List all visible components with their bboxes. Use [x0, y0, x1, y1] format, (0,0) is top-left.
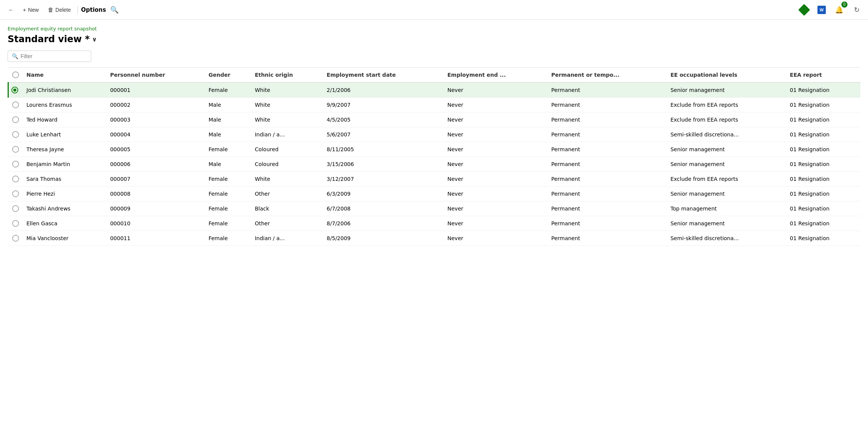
- cell-employment_start_date: 8/5/2009: [323, 231, 444, 246]
- filter-input[interactable]: [21, 53, 87, 59]
- cell-employment_start_date: 9/9/2007: [323, 98, 444, 112]
- table-row[interactable]: Ellen Gasca000010FemaleOther8/7/2006Neve…: [8, 216, 861, 231]
- cell-ee_occupational_levels: Exclude from EEA reports: [667, 98, 786, 112]
- toolbar-right: W 🔔 0 ↻: [797, 3, 863, 17]
- cell-gender: Male: [205, 157, 251, 172]
- row-radio-5[interactable]: [12, 161, 19, 168]
- row-radio-7[interactable]: [12, 190, 19, 197]
- cell-ee_occupational_levels: Exclude from EEA reports: [667, 172, 786, 187]
- chevron-down-icon[interactable]: ∨: [92, 36, 97, 43]
- cell-employment_end: Never: [444, 231, 547, 246]
- cell-employment_start_date: 6/7/2008: [323, 201, 444, 216]
- cell-employment_end: Never: [444, 127, 547, 142]
- col-header-name: Name: [23, 68, 106, 83]
- row-radio-3[interactable]: [12, 131, 19, 138]
- cell-ee_occupational_levels: Senior management: [667, 82, 786, 98]
- cell-employment_start_date: 8/11/2005: [323, 142, 444, 157]
- cell-employment_start_date: 2/1/2006: [323, 82, 444, 98]
- cell-name: Ellen Gasca: [23, 216, 106, 231]
- cell-gender: Female: [205, 82, 251, 98]
- header-checkbox[interactable]: [12, 71, 19, 78]
- cell-employment_start_date: 3/12/2007: [323, 172, 444, 187]
- cell-ethnic_origin: White: [251, 98, 323, 112]
- row-radio-10[interactable]: [12, 235, 19, 242]
- cell-gender: Female: [205, 216, 251, 231]
- cell-personnel_number: 000003: [106, 112, 205, 127]
- col-header-ethnic-origin: Ethnic origin: [251, 68, 323, 83]
- cell-permanent_or_tempo: Permanent: [547, 187, 667, 201]
- filter-search-icon: 🔍: [12, 53, 18, 59]
- cell-ethnic_origin: White: [251, 82, 323, 98]
- cell-ethnic_origin: Coloured: [251, 157, 323, 172]
- data-table: Name Personnel number Gender Ethnic orig…: [8, 67, 860, 246]
- cell-eea_report: 01 Resignation: [786, 231, 860, 246]
- table-row[interactable]: Luke Lenhart000004MaleIndian / a...5/6/2…: [8, 127, 861, 142]
- table-body: Jodi Christiansen000001FemaleWhite2/1/20…: [8, 82, 861, 246]
- table-row[interactable]: Theresa Jayne000005FemaleColoured8/11/20…: [8, 142, 861, 157]
- table-row[interactable]: Mia Vanclooster000011FemaleIndian / a...…: [8, 231, 861, 246]
- cell-personnel_number: 000005: [106, 142, 205, 157]
- delete-button[interactable]: 🗑 Delete: [44, 4, 74, 15]
- cell-employment_start_date: 3/15/2006: [323, 157, 444, 172]
- row-radio-4[interactable]: [12, 146, 19, 153]
- search-icon: 🔍: [110, 6, 119, 14]
- cell-eea_report: 01 Resignation: [786, 112, 860, 127]
- notification-badge: 🔔 0: [832, 3, 846, 17]
- cell-eea_report: 01 Resignation: [786, 157, 860, 172]
- cell-ee_occupational_levels: Senior management: [667, 187, 786, 201]
- cell-permanent_or_tempo: Permanent: [547, 98, 667, 112]
- refresh-button[interactable]: ↻: [850, 3, 863, 17]
- cell-employment_start_date: 5/6/2007: [323, 127, 444, 142]
- row-radio-6[interactable]: [12, 176, 19, 182]
- cell-employment_end: Never: [444, 216, 547, 231]
- row-radio-8[interactable]: [12, 205, 19, 212]
- cell-employment_end: Never: [444, 187, 547, 201]
- cell-eea_report: 01 Resignation: [786, 98, 860, 112]
- cell-ee_occupational_levels: Senior management: [667, 216, 786, 231]
- page-title: Standard view *: [8, 34, 90, 44]
- row-radio-1[interactable]: [12, 101, 19, 108]
- cell-ethnic_origin: Other: [251, 187, 323, 201]
- diamond-button[interactable]: [797, 3, 811, 17]
- cell-gender: Female: [205, 201, 251, 216]
- search-button[interactable]: 🔍: [108, 3, 121, 17]
- plus-icon: +: [23, 6, 26, 13]
- table-row[interactable]: Lourens Erasmus000002MaleWhite9/9/2007Ne…: [8, 98, 861, 112]
- back-button[interactable]: ←: [5, 5, 17, 15]
- toolbar: ← + New 🗑 Delete Options 🔍 W 🔔 0 ↻: [0, 0, 868, 20]
- table-row[interactable]: Takashi Andrews000009FemaleBlack6/7/2008…: [8, 201, 861, 216]
- cell-name: Pierre Hezi: [23, 187, 106, 201]
- row-radio-9[interactable]: [12, 220, 19, 227]
- table-row[interactable]: Benjamin Martin000006MaleColoured3/15/20…: [8, 157, 861, 172]
- cell-name: Luke Lenhart: [23, 127, 106, 142]
- cell-ee_occupational_levels: Semi-skilled discretiona...: [667, 231, 786, 246]
- cell-employment_end: Never: [444, 82, 547, 98]
- cell-ee_occupational_levels: Senior management: [667, 157, 786, 172]
- cell-ee_occupational_levels: Top management: [667, 201, 786, 216]
- cell-permanent_or_tempo: Permanent: [547, 127, 667, 142]
- cell-gender: Female: [205, 142, 251, 157]
- row-radio-2[interactable]: [12, 116, 19, 123]
- table-row[interactable]: Ted Howard000003MaleWhite4/5/2005NeverPe…: [8, 112, 861, 127]
- cell-eea_report: 01 Resignation: [786, 127, 860, 142]
- cell-employment_end: Never: [444, 98, 547, 112]
- cell-gender: Male: [205, 127, 251, 142]
- cell-personnel_number: 000009: [106, 201, 205, 216]
- table-row[interactable]: Jodi Christiansen000001FemaleWhite2/1/20…: [8, 82, 861, 98]
- cell-employment_start_date: 4/5/2005: [323, 112, 444, 127]
- row-radio-0[interactable]: [11, 87, 18, 93]
- cell-permanent_or_tempo: Permanent: [547, 231, 667, 246]
- word-button[interactable]: W: [815, 3, 828, 17]
- cell-personnel_number: 000004: [106, 127, 205, 142]
- table-row[interactable]: Sara Thomas000007FemaleWhite3/12/2007Nev…: [8, 172, 861, 187]
- cell-ee_occupational_levels: Exclude from EEA reports: [667, 112, 786, 127]
- new-button[interactable]: + New: [19, 4, 43, 15]
- table-row[interactable]: Pierre Hezi000008FemaleOther6/3/2009Neve…: [8, 187, 861, 201]
- cell-gender: Male: [205, 98, 251, 112]
- back-icon: ←: [8, 7, 14, 13]
- breadcrumb[interactable]: Employment equity report snapshot: [8, 26, 860, 32]
- cell-name: Jodi Christiansen: [23, 82, 106, 98]
- cell-eea_report: 01 Resignation: [786, 172, 860, 187]
- cell-eea_report: 01 Resignation: [786, 187, 860, 201]
- col-header-eea-report: EEA report: [786, 68, 860, 83]
